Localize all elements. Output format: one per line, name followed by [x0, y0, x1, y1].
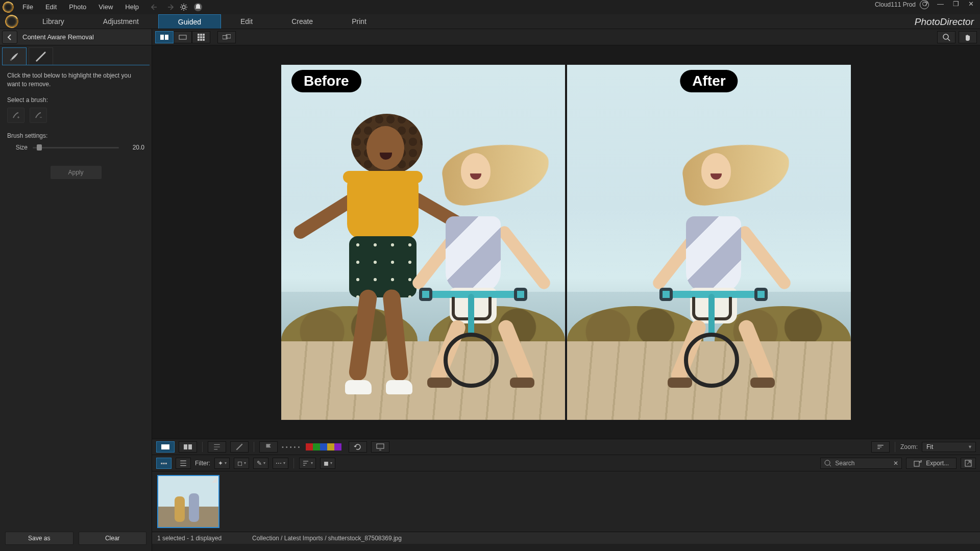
svg-rect-5 [198, 34, 200, 36]
zoom-label: Zoom: [900, 443, 918, 450]
hscrollbar[interactable] [152, 544, 980, 551]
lt-singleview[interactable] [156, 441, 175, 453]
sort-icon[interactable] [871, 441, 890, 453]
filter-label-sel[interactable]: ◻▾ [234, 458, 249, 469]
lt-align[interactable] [208, 441, 226, 453]
swatch-red[interactable] [306, 443, 313, 450]
svg-rect-3 [165, 35, 168, 40]
tab-print[interactable]: Print [332, 14, 386, 29]
saveas-button[interactable]: Save as [5, 532, 74, 545]
filter-bar: ▪▪▪ Filter: ✦▾ ◻▾ ✎▾ ⋯▾ ▾ ◼▾ Search ✕ Ex… [152, 455, 980, 471]
zoom-tool-icon[interactable] [937, 31, 955, 43]
topbar-icons [150, 2, 203, 12]
size-row: Size 20.0 [7, 143, 144, 152]
tab-guided[interactable]: Guided [158, 14, 221, 29]
svg-rect-19 [188, 444, 192, 449]
swatch-green[interactable] [313, 443, 320, 450]
menu-photo[interactable]: Photo [63, 0, 92, 14]
view-single[interactable] [155, 31, 174, 43]
menu-help[interactable]: Help [119, 0, 145, 14]
lt-compareview[interactable] [179, 441, 197, 453]
thumb-list[interactable] [176, 458, 191, 469]
sidebar-title: Content Aware Removal [19, 33, 94, 41]
filter-edit[interactable]: ✎▾ [253, 458, 268, 469]
share-button[interactable] [961, 458, 976, 469]
monitor-icon[interactable] [371, 441, 389, 453]
svg-rect-17 [161, 444, 169, 449]
menubar: File Edit Photo View Help Cloud111 Prod … [0, 0, 980, 14]
hand-tool-icon[interactable] [959, 31, 977, 43]
brush-add[interactable] [7, 108, 24, 123]
tab-edit[interactable]: Edit [221, 14, 272, 29]
clear-button[interactable]: Clear [79, 532, 147, 545]
undo-icon[interactable] [150, 2, 160, 12]
stack-by[interactable]: ◼▾ [320, 458, 335, 469]
viewbar [152, 29, 980, 45]
search-input[interactable]: Search ✕ [820, 458, 902, 469]
help-button[interactable]: ? [922, 0, 930, 8]
filter-rating[interactable]: ✦▾ [214, 458, 230, 469]
export-icon [914, 459, 922, 467]
swatch-yellow[interactable] [327, 443, 334, 450]
select-brush-label: Select a brush: [7, 96, 144, 104]
svg-rect-20 [377, 444, 384, 448]
filter-label: Filter: [195, 460, 210, 467]
thumbnail-selected[interactable] [157, 475, 219, 528]
view-grid[interactable] [192, 31, 210, 43]
color-swatches [306, 443, 341, 450]
close-button[interactable]: ✕ [966, 0, 976, 8]
rotate-icon[interactable] [349, 441, 367, 453]
swatch-purple[interactable] [334, 443, 341, 450]
export-button[interactable]: Export... [906, 458, 957, 469]
zoom-select[interactable]: Fit [922, 442, 976, 452]
thumb-size-small[interactable]: ▪▪▪ [156, 458, 172, 469]
brush-settings-label: Brush settings: [7, 132, 144, 139]
size-value: 20.0 [124, 144, 144, 151]
menu-view[interactable]: View [92, 0, 119, 14]
brush-sub[interactable] [30, 108, 47, 123]
size-slider[interactable] [33, 143, 119, 152]
account-area[interactable]: Cloud111 Prod [875, 0, 929, 9]
brush-select [7, 108, 144, 123]
menu-edit[interactable]: Edit [39, 0, 63, 14]
sidebar-header: Content Aware Removal [0, 29, 152, 45]
minimize-button[interactable]: — [935, 0, 946, 8]
biker-figure-after [652, 148, 775, 388]
clear-search-icon[interactable]: ✕ [893, 460, 898, 467]
svg-rect-12 [200, 39, 202, 41]
back-button[interactable] [2, 31, 17, 44]
search-placeholder: Search [835, 460, 854, 467]
redo-icon[interactable] [164, 2, 175, 12]
account-name: Cloud111 Prod [875, 1, 916, 8]
status-selection: 1 selected - 1 displayed [157, 535, 222, 542]
gear-icon[interactable] [179, 2, 189, 12]
viewport: Before [152, 45, 980, 439]
flag-icon[interactable] [259, 441, 278, 453]
lt-brush[interactable] [230, 441, 249, 453]
tab-library[interactable]: Library [23, 14, 84, 29]
after-pane: After [567, 65, 851, 420]
brush-tab-paint[interactable] [2, 47, 27, 65]
search-icon [824, 459, 832, 467]
swatch-blue[interactable] [320, 443, 327, 450]
maximize-button[interactable]: ❐ [951, 0, 961, 8]
module-tabs: Library Adjustment Guided Edit Create Pr… [0, 14, 980, 29]
sidebar-instruction: Click the tool below to highlight the ob… [7, 71, 144, 89]
menu-file[interactable]: File [16, 0, 39, 14]
apply-button[interactable]: Apply [51, 166, 102, 179]
svg-rect-8 [198, 36, 200, 38]
filter-more[interactable]: ⋯▾ [273, 458, 288, 469]
svg-point-1 [10, 59, 12, 61]
tab-create[interactable]: Create [272, 14, 332, 29]
tab-adjustment[interactable]: Adjustment [84, 14, 158, 29]
brush-tab-line[interactable] [29, 47, 53, 65]
svg-rect-22 [914, 461, 919, 466]
sort-by[interactable]: ▾ [299, 458, 316, 469]
bell-icon[interactable] [193, 2, 203, 12]
view-split[interactable] [174, 31, 192, 43]
rating-dots[interactable]: ••••• [282, 444, 302, 450]
app-logo [0, 0, 16, 14]
biker-figure [412, 148, 534, 388]
view-secondary[interactable] [217, 31, 236, 43]
filmstrip [152, 471, 980, 532]
